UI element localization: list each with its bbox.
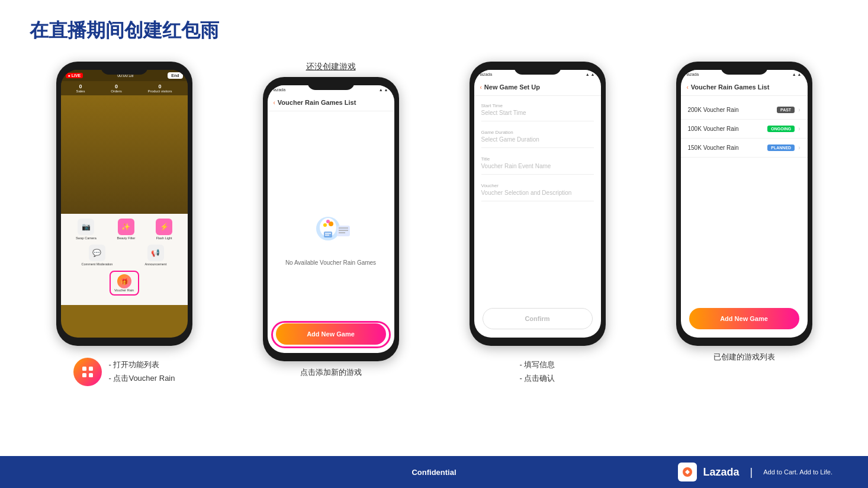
label-above-2: 还没创建游戏 [306,62,356,72]
svg-point-7 [323,223,327,227]
status-left-2: lazada [274,88,286,92]
orders-label: Orders [111,89,121,93]
phone-screen-4: lazada ▲ ▲ ‹ Voucher Rain Games List 200… [681,70,808,338]
lazada-logo-icon [681,466,693,478]
phone-section-3: lazada ▲ ▲ ‹ New Game Set Up Start Time … [443,62,632,386]
app-title-3: New Game Set Up [484,84,540,91]
field-voucher[interactable]: Voucher Voucher Selection and Descriptio… [481,183,594,201]
footer-logo: Lazada | Add to Cart. Add to Life. [678,463,832,481]
svg-rect-13 [337,226,350,236]
field-game-duration[interactable]: Game Duration Select Game Duration [481,130,594,148]
footer: Confidential Lazada | Add to Cart. Add t… [0,456,868,488]
phone-notch-2 [307,77,355,90]
title-value: Voucher Rain Event Name [481,163,594,169]
voucher-rain-item[interactable]: 🎁 Voucher Rain [110,271,139,296]
game-item-0[interactable]: 200K Voucher Rain PAST › [681,101,808,120]
phone-screen-1: ● LIVE 00:00:18 End 0 Sales 0 Orders [61,70,188,338]
add-new-game-button-2[interactable]: Add New Game [276,323,386,345]
game-item-2[interactable]: 150K Voucher Rain PLANNED › [681,139,808,158]
back-arrow-2[interactable]: ‹ [274,99,275,106]
footer-confidential: Confidential [412,468,456,477]
grid-icon-circle [73,358,102,386]
tool-swap-camera[interactable]: 📷 Swap Camera [76,219,97,240]
tools-row-1: 📷 Swap Camera ✨ Beauty Filter ⚡ Flash Li… [66,219,183,240]
phone-frame-4: lazada ▲ ▲ ‹ Voucher Rain Games List 200… [676,62,812,346]
phone-notch-4 [721,62,768,75]
flash-light-label: Flash Light [156,236,172,240]
status-badge-2: PLANNED [767,145,795,151]
stat-visitors: 0 Product visitors [148,84,172,93]
svg-rect-1 [89,367,93,371]
beauty-filter-label: Beauty Filter [117,236,135,240]
live-badge: ● LIVE [66,73,83,78]
field-title[interactable]: Title Voucher Rain Event Name [481,156,594,175]
phone-frame-3: lazada ▲ ▲ ‹ New Game Set Up Start Time … [470,62,606,346]
game-right-2: PLANNED › [767,145,800,151]
status-badge-0: PAST [777,107,795,113]
title-label: Title [481,156,594,162]
beauty-filter-icon: ✨ [118,219,134,235]
chevron-right-2: › [798,145,800,151]
page-title: 在直播期间创建红包雨 [30,18,838,44]
chevron-right-1: › [798,126,800,132]
game-item-1[interactable]: 100K Voucher Rain ONGOING › [681,120,808,139]
footer-divider: | [750,466,753,479]
add-new-game-button-4[interactable]: Add New Game [689,308,799,329]
voucher-rain-label: Voucher Rain [114,288,134,292]
back-arrow-3[interactable]: ‹ [480,84,482,91]
start-time-value: Select Start Time [481,110,594,116]
back-arrow-4[interactable]: ‹ [687,84,689,91]
main-content: 在直播期间创建红包雨 ● LIVE 00:00:18 End 0 Sales [0,0,868,386]
visitors-value: 0 [148,84,172,89]
svg-rect-2 [82,373,86,377]
phone-screen-2: lazada ▲ ▲ ‹ Voucher Rain Games List [268,85,394,353]
desc-line3-2: - 点击确认 [520,371,555,385]
app-title-2: Voucher Rain Games List [278,99,356,106]
voucher-value: Voucher Selection and Description [481,190,594,196]
grid-icon [81,365,94,378]
end-button[interactable]: End [168,72,182,79]
voucher-rain-icon: 🎁 [117,274,131,288]
desc-line1: - 打开功能列表 [109,358,175,371]
status-right-2: ▲ ▲ [379,88,388,92]
stat-orders: 0 Orders [111,84,121,93]
phone-section-2: 还没创建游戏 lazada ▲ ▲ ‹ Voucher Rain Games L… [236,62,425,378]
status-right-3: ▲ ▲ [586,72,595,76]
game-duration-value: Select Game Duration [481,136,594,143]
phones-row: ● LIVE 00:00:18 End 0 Sales 0 Orders [30,62,838,386]
desc-text-3: - 填写信息 - 点击确认 [520,358,555,386]
phone-screen-3: lazada ▲ ▲ ‹ New Game Set Up Start Time … [474,70,601,338]
svg-rect-10 [324,232,332,237]
swap-camera-label: Swap Camera [76,236,97,240]
app-header-2: ‹ Voucher Rain Games List [268,94,394,111]
sales-label: Sales [76,89,85,93]
status-badge-1: ONGOING [767,126,795,132]
empty-svg [307,211,355,252]
game-name-2: 150K Voucher Rain [688,145,739,151]
status-left-3: lazada [480,72,493,76]
field-start-time[interactable]: Start Time Select Start Time [481,103,594,121]
desc-row-3: - 填写信息 - 点击确认 [520,358,555,386]
live-stats: 0 Sales 0 Orders 0 Product visitors [61,81,188,95]
announcement-icon: 📢 [147,245,164,261]
tool-comment[interactable]: 💬 Comment Moderation [82,245,113,266]
game-right-0: PAST › [777,107,801,113]
tool-beauty-filter[interactable]: ✨ Beauty Filter [117,219,135,240]
form-fields: Start Time Select Start Time Game Durati… [474,96,601,217]
swap-camera-icon: 📷 [78,219,94,235]
desc-line3-1: - 填写信息 [520,358,555,371]
phone-frame-2: lazada ▲ ▲ ‹ Voucher Rain Games List [263,77,399,361]
phone-frame-1: ● LIVE 00:00:18 End 0 Sales 0 Orders [56,62,192,346]
game-right-1: ONGOING › [767,126,800,132]
tool-flash-light[interactable]: ⚡ Flash Light [156,219,172,240]
status-right-4: ▲ ▲ [792,72,802,76]
confirm-button[interactable]: Confirm [483,308,593,329]
desc-line2: - 点击Voucher Rain [109,371,175,385]
click-label-4: 已创建的游戏列表 [713,352,775,362]
empty-illustration [307,211,355,252]
live-background [61,95,188,214]
lazada-icon [678,463,697,481]
game-list: 200K Voucher Rain PAST › 100K Voucher Ra… [681,96,808,162]
game-name-0: 200K Voucher Rain [688,107,739,113]
tool-announcement[interactable]: 📢 Announcement [144,245,166,266]
